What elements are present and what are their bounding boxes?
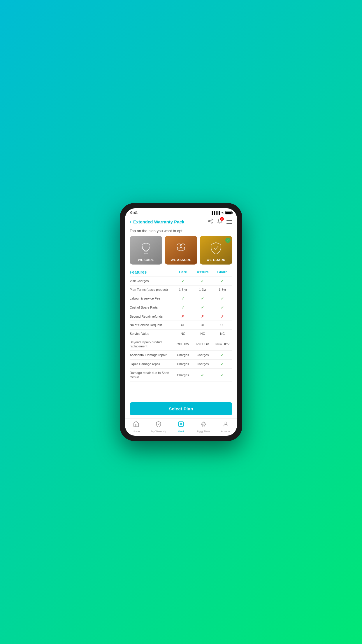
guard-icon-area [208,240,224,256]
feature-name: Visit Charges [130,279,173,283]
feature-guard-val: ✓ [212,353,232,357]
feature-care-val: Old UDV [173,342,193,346]
plan-card-assure[interactable]: WE ASSURE [165,236,197,265]
feature-name: Accidental Damage repair [130,353,173,357]
header: ‹ Extended Warranty Pack 3 [125,216,237,228]
cross-icon: ✗ [201,314,204,318]
feature-value: Charges [177,362,189,366]
wifi-icon: ∿ [221,211,224,215]
features-section: Features Care Assure Guard Visit Charges… [125,268,237,399]
feature-name: Labour & service Fee [130,296,173,300]
feature-name: Plan Terms (basis product) [130,288,173,292]
signal-icon: ▐▐▐▐ [211,211,220,215]
battery-icon [225,211,232,214]
feature-guard-val: 1-3yr [212,288,232,291]
feature-value: Old UDV [177,342,189,346]
home-icon [133,421,139,429]
feature-assure-val: NC [193,332,213,335]
subtitle-text: Tap on the plan you want to opt [125,228,237,236]
feature-value: 1-3yr [219,288,226,291]
header-right: 3 [208,218,232,225]
menu-icon[interactable] [226,220,232,224]
feature-care-val: UL [173,323,193,327]
nav-account[interactable]: Account [215,421,237,433]
plan-card-guard[interactable]: ✓ WE GUARD [200,236,232,265]
share-icon[interactable] [208,218,213,225]
feature-guard-val: ✓ [212,362,232,366]
guard-label: WE GUARD [206,258,225,262]
feature-row: Cost of Spare Parts ✓ ✓ ✓ [130,303,232,312]
plan-card-care[interactable]: WE CARE [130,236,162,265]
feature-assure-val: Ref UDV [193,342,213,346]
svg-line-17 [203,426,203,427]
feature-name: Service Value [130,332,173,336]
check-icon: ✓ [181,279,185,283]
feature-assure-val: UL [193,323,213,327]
check-icon: ✓ [221,353,224,357]
nav-home[interactable]: Home [125,421,147,433]
check-icon: ✓ [221,305,224,310]
check-icon: ✓ [181,305,185,310]
feature-assure-val: 1-3yr [193,288,213,291]
svg-line-18 [204,426,204,427]
piggybank-icon [200,421,207,429]
svg-point-11 [180,423,182,425]
feature-care-val: Charges [173,362,193,366]
feature-value: UL [220,323,224,327]
feature-value: Charges [197,362,209,366]
nav-piggy-label: Piggy Bank [197,430,210,433]
check-icon: ✓ [221,279,224,283]
feature-care-val: 1-3 yr [173,288,193,291]
feature-name: Beyond repair- product replacement [130,340,173,349]
feature-guard-val: UL [212,323,232,327]
svg-rect-7 [144,253,148,254]
feature-value: UL [201,323,205,327]
feature-assure-val: ✓ [193,279,213,283]
feature-row: Liquid Damage repair Charges Charges ✓ [130,360,232,369]
status-bar: 9:41 ▐▐▐▐ ∿ [125,208,237,216]
feature-care-val: Charges [173,373,193,377]
cross-icon: ✗ [181,314,184,318]
feature-value: Charges [197,353,209,357]
feature-assure-val: ✓ [193,296,213,301]
feature-name: Beyond Repair-refunds [130,314,173,318]
svg-point-1 [208,220,210,222]
back-button[interactable]: ‹ [130,219,131,225]
svg-point-20 [225,422,227,424]
feature-row: Damage repair due to Short Circuit Charg… [130,369,232,382]
check-icon: ✓ [221,362,224,366]
cross-icon: ✗ [221,314,224,318]
care-label: WE CARE [138,258,154,262]
feature-rows-container: Visit Charges ✓ ✓ ✓ Plan Terms (basis pr… [130,276,232,382]
vault-icon [178,421,184,429]
svg-point-2 [211,222,212,223]
feature-value: NC [220,332,225,335]
nav-warranty-label: My Warranty [151,430,166,433]
feature-row: Visit Charges ✓ ✓ ✓ [130,276,232,286]
feature-value: 1-3 yr [179,288,187,291]
feature-care-val: ✓ [173,296,193,301]
nav-vault[interactable]: Vault [170,421,192,433]
feature-value: NC [201,332,205,335]
feature-value: Ref UDV [196,342,209,346]
check-icon: ✓ [181,296,185,301]
svg-point-16 [201,423,205,426]
feature-guard-val: ✗ [212,314,232,318]
select-plan-button[interactable]: Select Plan [130,402,232,415]
feature-name: Liquid Damage repair [130,362,173,366]
nav-piggy[interactable]: Piggy Bank [192,421,215,433]
feature-value: Charges [177,373,189,377]
select-btn-area: Select Plan [125,399,237,418]
assure-label: WE ASSURE [171,258,191,262]
feature-value: Charges [177,353,189,357]
feature-assure-val: ✓ [193,373,213,377]
feature-row: No of Service Request UL UL UL [130,321,232,329]
feature-value: UL [181,323,185,327]
feature-name: No of Service Request [130,323,173,327]
feature-name: Damage repair due to Short Circuit [130,371,173,379]
notification-icon[interactable]: 3 [217,218,222,225]
plan-cards: WE CARE WE ASSURE ✓ [125,236,237,268]
feature-row: Labour & service Fee ✓ ✓ ✓ [130,294,232,303]
nav-warranty[interactable]: My Warranty [147,421,170,433]
feature-name: Cost of Spare Parts [130,305,173,309]
